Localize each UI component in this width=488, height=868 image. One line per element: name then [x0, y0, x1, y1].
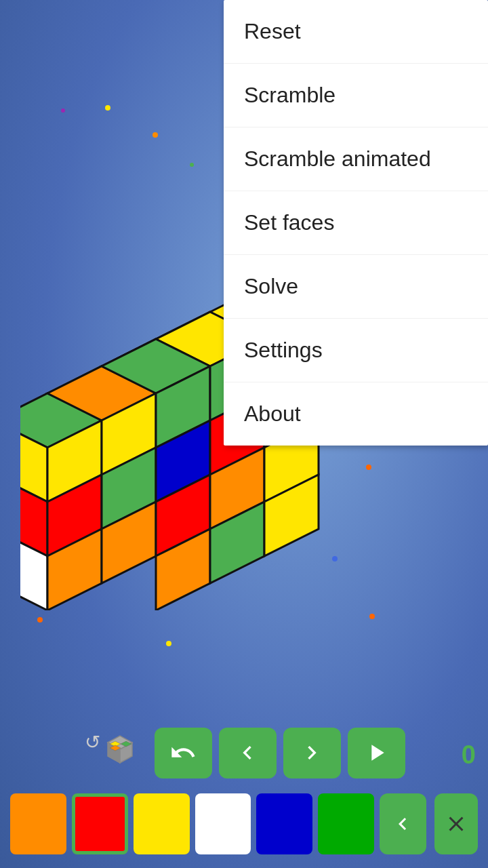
color-swatch-blue[interactable] — [256, 793, 312, 854]
dropdown-menu: Reset Scramble Scramble animated Set fac… — [224, 0, 488, 446]
color-swatch-green[interactable] — [318, 793, 374, 854]
menu-item-settings[interactable]: Settings — [224, 319, 488, 382]
chevron-right-icon — [298, 739, 325, 766]
color-swatch-yellow[interactable] — [134, 793, 190, 854]
color-palette — [0, 793, 488, 854]
undo-button[interactable] — [155, 728, 212, 778]
menu-item-solve[interactable]: Solve — [224, 255, 488, 319]
play-button[interactable] — [348, 728, 405, 778]
next-button[interactable] — [283, 728, 341, 778]
play-icon — [363, 739, 390, 766]
particle — [61, 108, 65, 113]
color-swatch-red[interactable] — [72, 793, 128, 854]
particle — [37, 617, 43, 623]
particle — [105, 105, 110, 111]
color-swatch-orange[interactable] — [10, 793, 66, 854]
menu-item-scramble-animated[interactable]: Scramble animated — [224, 127, 488, 191]
chevron-left-icon — [234, 739, 261, 766]
menu-item-set-faces[interactable]: Set faces — [224, 191, 488, 255]
particle — [166, 641, 171, 646]
prev-button[interactable] — [219, 728, 277, 778]
menu-item-scramble[interactable]: Scramble — [224, 64, 488, 127]
back-small-button[interactable] — [380, 793, 426, 854]
bottom-toolbar: ↺ — [0, 726, 488, 780]
particle — [152, 132, 158, 138]
particle — [190, 163, 194, 167]
undo-icon — [169, 739, 197, 766]
refresh-icon: ↺ — [85, 731, 100, 753]
menu-item-about[interactable]: About — [224, 382, 488, 446]
close-button[interactable] — [434, 793, 478, 854]
cube-reset-button[interactable]: ↺ — [83, 726, 148, 780]
color-swatch-white[interactable] — [195, 793, 251, 854]
chevron-left-small-icon — [390, 812, 415, 836]
cube-mini-icon — [96, 726, 144, 770]
score-display: 0 — [462, 741, 476, 770]
close-icon — [444, 812, 468, 836]
particle — [369, 614, 375, 619]
menu-item-reset[interactable]: Reset — [224, 0, 488, 64]
